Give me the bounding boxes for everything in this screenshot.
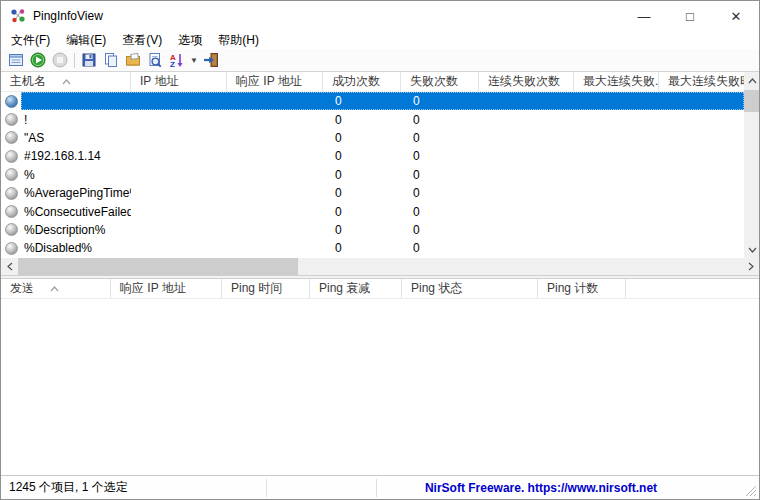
column-header-ping-status[interactable]: Ping 状态 <box>402 279 538 298</box>
column-header-succeed-count[interactable]: 成功次数 <box>323 72 401 91</box>
resize-grip[interactable] <box>743 483 757 497</box>
status-panel-empty <box>267 476 376 499</box>
ip-cell <box>131 92 227 110</box>
ping-status-icon <box>5 150 18 163</box>
host-row[interactable]: % 0 0 <box>1 166 744 184</box>
failed-count-cell: 0 <box>401 184 479 202</box>
exit-button[interactable] <box>200 50 222 71</box>
sort-button[interactable]: A Z <box>166 50 188 71</box>
sort-ascending-icon <box>62 79 71 85</box>
ping-status-icon <box>5 187 18 200</box>
svg-text:Z: Z <box>170 60 175 68</box>
reply-ip-cell <box>227 129 323 147</box>
sort-icon: A Z <box>169 52 185 68</box>
failed-count-cell: 0 <box>401 92 479 110</box>
scroll-right-icon[interactable] <box>742 258 759 275</box>
column-header-reply-ip[interactable]: 响应 IP 地址 <box>227 72 323 91</box>
column-header-ping-count[interactable]: Ping 计数 <box>538 279 626 298</box>
reply-ip-cell <box>227 92 323 110</box>
pinginfoview-window: PingInfoView — □ ✕ 文件(F) 编辑(E) 查看(V) 选项 … <box>0 0 760 500</box>
copy-icon <box>103 52 119 68</box>
nirsoft-link[interactable]: NirSoft Freeware. https://www.nirsoft.ne… <box>425 481 657 495</box>
host-row[interactable]: "AS 0 0 <box>1 129 744 147</box>
column-header-hostname[interactable]: 主机名 <box>1 72 131 91</box>
find-button[interactable] <box>144 50 166 71</box>
failed-count-cell: 0 <box>401 221 479 239</box>
save-button[interactable] <box>78 50 100 71</box>
ip-cell <box>131 202 227 220</box>
toolbar-separator <box>74 53 75 68</box>
ping-status-icon <box>5 131 18 144</box>
scroll-left-icon[interactable] <box>1 258 18 275</box>
column-header-ip[interactable]: IP 地址 <box>131 72 227 91</box>
hostname-cell: %Disabled% <box>21 239 131 257</box>
ip-cell <box>131 129 227 147</box>
column-header-sent[interactable]: 发送 <box>1 279 111 298</box>
close-button[interactable]: ✕ <box>713 1 759 31</box>
scroll-down-icon[interactable] <box>744 241 760 258</box>
reply-ip-cell <box>227 202 323 220</box>
host-list-body: 0 0 ! 0 0 "AS 0 0 <box>1 92 744 258</box>
horizontal-scroll-thumb[interactable] <box>18 258 298 275</box>
column-header-consecutive-failed[interactable]: 连续失败次数 <box>479 72 574 91</box>
ping-status-icon <box>5 223 18 236</box>
reply-ip-cell <box>227 184 323 202</box>
menu-options[interactable]: 选项 <box>170 31 210 49</box>
column-header-failed-count[interactable]: 失败次数 <box>401 72 479 91</box>
vertical-scroll-thumb[interactable] <box>744 90 760 112</box>
horizontal-scrollbar[interactable] <box>1 258 759 275</box>
properties-icon <box>125 52 141 68</box>
properties-button[interactable] <box>122 50 144 71</box>
ping-status-icon <box>5 95 18 108</box>
toolbar: A Z ▼ <box>1 49 759 72</box>
hostname-cell: %Description% <box>21 221 131 239</box>
menu-view[interactable]: 查看(V) <box>114 31 170 49</box>
minimize-button[interactable]: — <box>621 1 667 31</box>
ip-cell <box>131 110 227 128</box>
copy-button[interactable] <box>100 50 122 71</box>
ip-cell <box>131 221 227 239</box>
hostname-cell: %AveragePingTime% <box>21 184 131 202</box>
menu-file[interactable]: 文件(F) <box>3 31 58 49</box>
host-row[interactable]: %Description% 0 0 <box>1 221 744 239</box>
host-row[interactable]: %Disabled% 0 0 <box>1 239 744 257</box>
ping-options-button[interactable] <box>5 50 27 71</box>
host-row[interactable]: 0 0 <box>1 92 744 110</box>
host-row[interactable]: ! 0 0 <box>1 110 744 128</box>
succeed-count-cell: 0 <box>323 92 401 110</box>
menu-help[interactable]: 帮助(H) <box>210 31 267 49</box>
succeed-count-cell: 0 <box>323 147 401 165</box>
ping-status-icon <box>5 242 18 255</box>
scroll-up-icon[interactable] <box>744 72 760 89</box>
status-item-count: 1245 个项目, 1 个选定 <box>1 476 266 499</box>
ip-cell <box>131 184 227 202</box>
column-header-reply-ip-lower[interactable]: 响应 IP 地址 <box>111 279 222 298</box>
sort-dropdown-button[interactable]: ▼ <box>188 50 200 71</box>
failed-count-cell: 0 <box>401 110 479 128</box>
reply-ip-cell <box>227 239 323 257</box>
menu-edit[interactable]: 编辑(E) <box>58 31 114 49</box>
titlebar: PingInfoView — □ ✕ <box>1 1 759 31</box>
start-ping-button[interactable] <box>27 50 49 71</box>
ip-cell <box>131 147 227 165</box>
succeed-count-cell: 0 <box>323 166 401 184</box>
host-row[interactable]: %ConsecutiveFailed... 0 0 <box>1 202 744 220</box>
column-header-max-consecutive-failed[interactable]: 最大连续失败... <box>574 72 659 91</box>
ping-detail-header: 发送 响应 IP 地址 Ping 时间 Ping 衰减 Ping 状态 Ping… <box>1 279 759 299</box>
host-row[interactable]: #192.168.1.14 0 0 <box>1 147 744 165</box>
save-icon <box>81 52 97 68</box>
succeed-count-cell: 0 <box>323 239 401 257</box>
menubar: 文件(F) 编辑(E) 查看(V) 选项 帮助(H) <box>1 31 759 49</box>
failed-count-cell: 0 <box>401 147 479 165</box>
stop-ping-button[interactable] <box>49 50 71 71</box>
column-header-ping-ttl[interactable]: Ping 衰减 <box>310 279 402 298</box>
host-list: 主机名 IP 地址 响应 IP 地址 成功次数 失败次数 连续失败次数 最大连续… <box>1 72 759 258</box>
reply-ip-cell <box>227 110 323 128</box>
column-header-max-consecutive-failed-time[interactable]: 最大连续失败时 <box>659 72 744 91</box>
maximize-button[interactable]: □ <box>667 1 713 31</box>
vertical-scrollbar[interactable] <box>744 72 760 258</box>
hostname-cell: %ConsecutiveFailed... <box>21 202 131 220</box>
column-header-ping-time[interactable]: Ping 时间 <box>222 279 310 298</box>
host-row[interactable]: %AveragePingTime% 0 0 <box>1 184 744 202</box>
hostname-cell <box>21 92 131 110</box>
